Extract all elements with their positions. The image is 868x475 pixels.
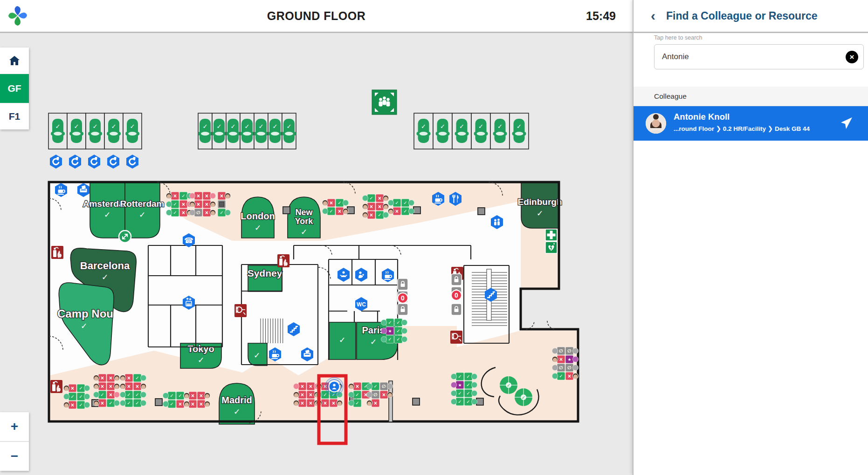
svg-text:0: 0 bbox=[455, 292, 458, 299]
svg-text:×: × bbox=[301, 400, 304, 407]
svg-text:✓: ✓ bbox=[109, 400, 112, 406]
locker-icon[interactable] bbox=[451, 304, 462, 315]
svg-text:×: × bbox=[197, 201, 200, 208]
desk-cluster[interactable]: ××××∅× bbox=[189, 192, 215, 217]
svg-text:New: New bbox=[295, 208, 313, 217]
svg-text:✓: ✓ bbox=[170, 401, 173, 407]
svg-text:∅: ∅ bbox=[559, 348, 563, 353]
chair-cell[interactable]: ✓ bbox=[123, 113, 142, 149]
fire-hose-icon bbox=[234, 304, 247, 317]
desk-cluster[interactable]: ×✓✓✓×✓ bbox=[63, 384, 90, 409]
home-button[interactable] bbox=[0, 48, 29, 74]
svg-text:★: ★ bbox=[458, 383, 462, 387]
floor-plan-canvas[interactable]: Amsterdam✓Rotterdam✓London✓NewYork✓Edinb… bbox=[0, 32, 633, 475]
desk-cluster[interactable]: ×××××× bbox=[293, 382, 319, 407]
room-quiet-room[interactable]: ✓ bbox=[248, 343, 267, 366]
svg-text:✓: ✓ bbox=[135, 400, 139, 406]
locker-icon[interactable] bbox=[398, 278, 408, 290]
svg-text:✓: ✓ bbox=[403, 209, 407, 214]
svg-text:×: × bbox=[101, 400, 104, 407]
svg-text:✓: ✓ bbox=[130, 123, 135, 130]
chair-cell[interactable]: ✓ bbox=[240, 113, 254, 149]
svg-text:Sydney: Sydney bbox=[248, 268, 282, 278]
chair-cell[interactable]: ✓ bbox=[198, 113, 212, 149]
locker-count-badge: 0 bbox=[451, 290, 462, 300]
room-london[interactable]: London✓ bbox=[241, 197, 275, 238]
desk-cluster[interactable]: ×✓✓×✓× bbox=[166, 192, 192, 217]
round-table[interactable]: ✓ bbox=[500, 376, 517, 394]
navigate-icon bbox=[839, 116, 853, 130]
chair-cell[interactable]: ✓ bbox=[67, 113, 86, 149]
room-rotterdam[interactable]: Rotterdam✓ bbox=[120, 182, 164, 238]
room-new-york[interactable]: NewYork✓ bbox=[288, 197, 320, 238]
svg-text:×: × bbox=[332, 400, 335, 407]
chair-cell[interactable]: ✓ bbox=[226, 113, 240, 149]
chair-cell[interactable]: ✓ bbox=[452, 113, 471, 149]
svg-text:✓: ✓ bbox=[497, 123, 503, 130]
svg-text:×: × bbox=[559, 356, 563, 363]
svg-text:✓: ✓ bbox=[93, 123, 98, 130]
chair-cell[interactable]: ✓ bbox=[86, 113, 104, 149]
svg-text:×: × bbox=[324, 400, 327, 407]
svg-text:×: × bbox=[309, 383, 312, 390]
svg-text:×: × bbox=[109, 375, 112, 381]
chair-cell[interactable]: ✓ bbox=[268, 113, 282, 149]
chair-cell[interactable]: ✓ bbox=[433, 113, 452, 149]
clear-search-button[interactable]: × bbox=[846, 51, 858, 63]
svg-text:×: × bbox=[182, 210, 185, 216]
pillar bbox=[476, 398, 483, 405]
floor-button-f1[interactable]: F1 bbox=[0, 103, 29, 129]
svg-text:✓: ✓ bbox=[440, 123, 445, 130]
colleague-result-row[interactable]: Antonie Knoll ...round Floor ❯ 0.2 HR/Fa… bbox=[634, 106, 868, 141]
find-panel-title: Find a Colleague or Resource bbox=[666, 0, 818, 32]
pillar bbox=[413, 207, 420, 214]
chair-cell[interactable]: ✓ bbox=[48, 113, 67, 149]
svg-text:✓: ✓ bbox=[220, 210, 223, 215]
svg-text:×: × bbox=[109, 383, 112, 390]
chair-cell[interactable]: ✓ bbox=[414, 113, 433, 149]
svg-text:✓: ✓ bbox=[395, 200, 399, 205]
chair-cell[interactable]: ✓ bbox=[510, 113, 529, 149]
floor-plan-svg: Amsterdam✓Rotterdam✓London✓NewYork✓Edinb… bbox=[0, 32, 633, 475]
svg-text:WC: WC bbox=[357, 301, 366, 308]
room-edinburgh[interactable]: Edinburgh✓ bbox=[518, 183, 562, 228]
zoom-controls: + − bbox=[0, 412, 29, 471]
room-madrid[interactable]: Madrid✓ bbox=[219, 383, 255, 424]
svg-text:Edinburgh: Edinburgh bbox=[518, 197, 562, 207]
zoom-out-button[interactable]: − bbox=[0, 441, 29, 471]
chair-cell[interactable]: ✓ bbox=[490, 113, 510, 149]
svg-text:✓: ✓ bbox=[139, 210, 145, 219]
floor-selector: GF F1 bbox=[0, 48, 29, 129]
locker-icon[interactable] bbox=[451, 274, 462, 285]
expand-icon[interactable] bbox=[119, 231, 131, 243]
locker-icon[interactable] bbox=[398, 304, 408, 315]
zoom-in-button[interactable]: + bbox=[0, 412, 29, 441]
chair-cell[interactable]: ✓ bbox=[282, 113, 296, 149]
svg-text:×: × bbox=[309, 392, 312, 398]
svg-text:✓: ✓ bbox=[370, 338, 377, 346]
round-table[interactable]: ✓ bbox=[515, 388, 532, 406]
desk-cluster[interactable]: ✓✓★✓✓✓ bbox=[381, 319, 407, 343]
chair-cell[interactable]: ✓ bbox=[212, 113, 226, 149]
fire-extinguisher-icon bbox=[50, 380, 62, 393]
room-paris-west[interactable]: ✓ bbox=[329, 322, 356, 360]
back-button[interactable]: ‹ bbox=[645, 7, 661, 25]
svg-text:×: × bbox=[374, 400, 377, 407]
svg-text:∅: ∅ bbox=[196, 210, 200, 215]
svg-text:✓: ✓ bbox=[259, 123, 264, 130]
svg-text:✓: ✓ bbox=[458, 391, 462, 396]
svg-text:Tokyo: Tokyo bbox=[187, 344, 214, 354]
svg-text:✓: ✓ bbox=[478, 123, 483, 130]
desk-cluster[interactable]: ✓××××✓ bbox=[362, 194, 388, 219]
svg-text:✓: ✓ bbox=[287, 123, 292, 130]
chair-cell[interactable]: ✓ bbox=[471, 113, 490, 149]
room-sydney[interactable]: Sydney bbox=[248, 265, 282, 292]
bookable-chairs[interactable]: ✓✓✓✓✓✓✓✓✓✓✓✓✓✓✓✓✓✓ bbox=[48, 113, 529, 149]
floor-button-gf[interactable]: GF bbox=[0, 74, 29, 103]
svg-text:×: × bbox=[301, 383, 304, 390]
chair-cell[interactable]: ✓ bbox=[254, 113, 268, 149]
svg-text:×: × bbox=[197, 193, 200, 199]
room-amsterdam[interactable]: Amsterdam✓ bbox=[83, 182, 132, 238]
chair-cell[interactable]: ✓ bbox=[104, 113, 123, 149]
search-input[interactable] bbox=[654, 44, 864, 69]
